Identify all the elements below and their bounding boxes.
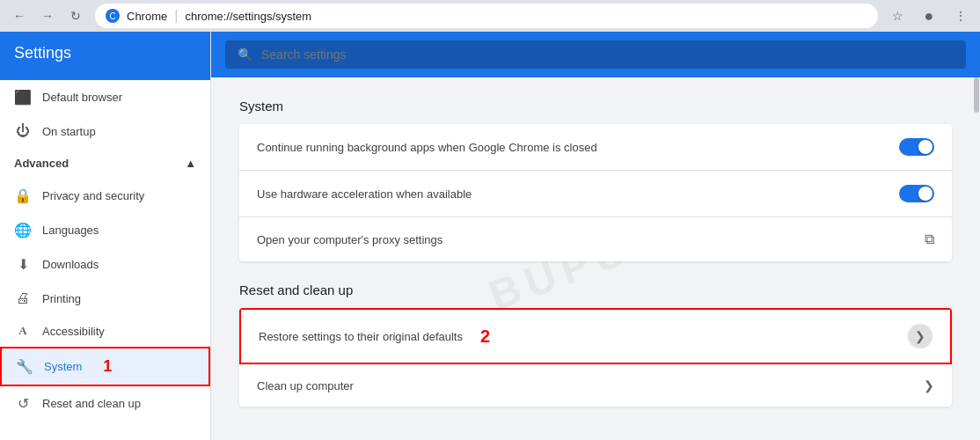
monitor-icon: ⬛ [14, 89, 32, 106]
site-icon: C [106, 9, 120, 23]
restore-settings-row[interactable]: Restore settings to their original defau… [239, 308, 952, 364]
restore-settings-chevron[interactable]: ❯ [908, 324, 932, 348]
restore-settings-badge: 2 [480, 326, 490, 347]
back-button[interactable]: ← [7, 4, 32, 28]
main-area: 🔍 BUPUNK System Continue running backgro… [211, 32, 980, 440]
sidebar-label-privacy: Privacy and security [42, 189, 144, 202]
search-bar-wrapper: Settings [0, 32, 210, 80]
sidebar-label-downloads: Downloads [42, 258, 99, 271]
url-text: chrome://settings/system [185, 10, 311, 23]
cleanup-computer-label: Clean up computer [257, 379, 354, 392]
sidebar: Settings ⬛ Default browser ⏻ On startup … [0, 32, 211, 440]
system-section: System Continue running background apps … [239, 99, 952, 261]
star-button[interactable]: ☆ [885, 4, 910, 28]
restore-settings-label: Restore settings to their original defau… [259, 330, 463, 343]
address-bar[interactable]: C Chrome | chrome://settings/system [95, 4, 878, 28]
print-icon: 🖨 [14, 290, 32, 306]
sidebar-label-languages: Languages [42, 224, 99, 237]
proxy-settings-row[interactable]: Open your computer's proxy settings ⧉ [239, 217, 952, 261]
lock-icon: 🔒 [14, 187, 32, 204]
content-area: BUPUNK System Continue running backgroun… [211, 77, 980, 440]
sidebar-item-reset[interactable]: ↺ Reset and clean up [0, 386, 210, 421]
sidebar-item-accessibility[interactable]: A Accessibility [0, 315, 210, 347]
account-button[interactable]: ● [917, 4, 941, 28]
cleanup-computer-row[interactable]: Clean up computer ❯ [239, 364, 952, 407]
background-apps-label: Continue running background apps when Go… [257, 141, 597, 154]
search-header: 🔍 [211, 32, 980, 77]
sidebar-label-reset: Reset and clean up [42, 397, 141, 410]
download-icon: ⬇ [14, 256, 32, 273]
reset-section: Reset and clean up Restore settings to t… [239, 282, 952, 407]
power-icon: ⏻ [14, 123, 32, 139]
sidebar-item-languages[interactable]: 🌐 Languages [0, 213, 210, 247]
sidebar-item-system[interactable]: 🔧 System 1 1 [0, 347, 210, 386]
nav-buttons: ← → ↻ [7, 4, 88, 28]
system-settings-card: Continue running background apps when Go… [239, 124, 952, 261]
reload-button[interactable]: ↻ [63, 4, 88, 28]
background-apps-toggle[interactable] [899, 138, 934, 156]
browser-bar: ← → ↻ C Chrome | chrome://settings/syste… [0, 0, 980, 32]
search-icon: 🔍 [238, 48, 252, 62]
settings-container: Settings ⬛ Default browser ⏻ On startup … [0, 32, 980, 440]
sidebar-label-accessibility: Accessibility [42, 325, 105, 338]
proxy-settings-label: Open your computer's proxy settings [257, 233, 442, 246]
hardware-acceleration-row[interactable]: Use hardware acceleration when available [239, 171, 952, 217]
globe-icon: 🌐 [14, 222, 32, 238]
wrench-icon: 🔧 [16, 358, 33, 375]
menu-button[interactable]: ⋮ [948, 4, 973, 28]
reset-settings-card: Restore settings to their original defau… [239, 308, 952, 407]
search-input[interactable] [261, 48, 954, 62]
hardware-acceleration-toggle[interactable] [899, 185, 934, 202]
sidebar-item-default-browser[interactable]: ⬛ Default browser [0, 80, 210, 114]
site-name: Chrome [127, 10, 167, 23]
sidebar-label-system: System [44, 360, 82, 373]
search-bar[interactable]: 🔍 [225, 40, 966, 69]
sidebar-item-printing[interactable]: 🖨 Printing [0, 282, 210, 315]
external-link-icon: ⧉ [925, 231, 934, 247]
url-separator: | [174, 8, 178, 24]
cleanup-chevron-icon: ❯ [924, 378, 934, 392]
sidebar-label-printing: Printing [42, 292, 81, 305]
reset-icon: ↺ [14, 395, 32, 412]
sidebar-nav: ⬛ Default browser ⏻ On startup Advanced … [0, 80, 210, 440]
chevron-up-icon: ▲ [185, 157, 196, 170]
sidebar-label-default-browser: Default browser [42, 91, 122, 104]
sidebar-item-on-startup[interactable]: ⏻ On startup [0, 114, 210, 148]
advanced-label: Advanced [14, 157, 69, 170]
sidebar-item-downloads[interactable]: ⬇ Downloads [0, 247, 210, 282]
forward-button[interactable]: → [35, 4, 60, 28]
advanced-section-header[interactable]: Advanced ▲ [0, 148, 210, 179]
hardware-acceleration-label: Use hardware acceleration when available [257, 187, 472, 201]
sidebar-label-on-startup: On startup [42, 125, 96, 138]
sidebar-item-privacy[interactable]: 🔒 Privacy and security [0, 179, 210, 213]
system-section-title: System [239, 99, 952, 114]
settings-title: Settings [14, 40, 196, 71]
accessibility-icon: A [14, 324, 32, 338]
content-inner: System Continue running background apps … [211, 77, 980, 440]
reset-section-title: Reset and clean up [239, 282, 952, 297]
background-apps-row[interactable]: Continue running background apps when Go… [239, 124, 952, 171]
